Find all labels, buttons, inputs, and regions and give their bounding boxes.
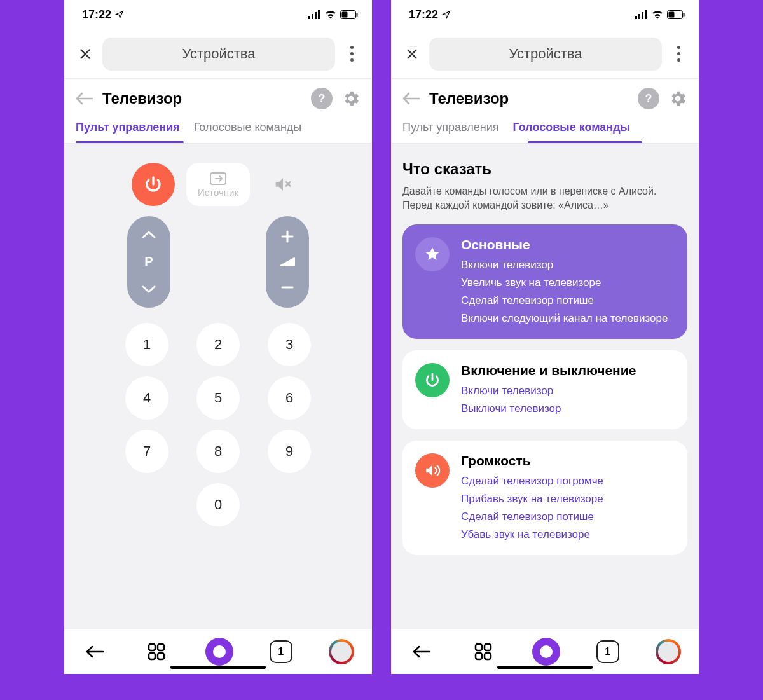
numkey-4[interactable]: 4 [125, 376, 168, 420]
numkey-0[interactable]: 0 [196, 483, 240, 526]
page-context-pill[interactable]: Устройства [429, 38, 662, 71]
voice-heading: Что сказать [402, 160, 687, 178]
status-time: 17:22 [82, 8, 111, 22]
svg-rect-5 [342, 12, 348, 18]
avatar-icon [658, 642, 678, 662]
nav-tabs-button[interactable]: 1 [596, 640, 619, 663]
channel-down-button[interactable] [142, 285, 156, 294]
back-arrow-icon[interactable] [76, 92, 93, 105]
numkey-6[interactable]: 6 [268, 376, 311, 420]
tab-voice[interactable]: Голосовые команды [512, 114, 630, 143]
star-icon [415, 237, 450, 271]
cellular-icon [308, 10, 321, 19]
more-menu-button[interactable] [343, 46, 361, 62]
alice-icon [213, 645, 226, 658]
nav-alice-button[interactable] [532, 638, 560, 666]
svg-rect-20 [485, 644, 491, 650]
voice-command: Включи следующий канал на телевизоре [461, 312, 675, 325]
nav-profile-button[interactable] [329, 639, 354, 664]
nav-back-button[interactable] [82, 639, 107, 664]
voice-command: Сделай телевизор потише [461, 511, 675, 523]
tab-remote[interactable]: Пульт управления [76, 114, 180, 143]
svg-rect-10 [149, 653, 155, 659]
tab-voice[interactable]: Голосовые команды [194, 114, 301, 143]
nav-apps-button[interactable] [144, 639, 169, 664]
home-indicator[interactable] [170, 666, 266, 669]
help-button[interactable]: ? [638, 88, 659, 109]
numkey-1[interactable]: 1 [125, 323, 168, 366]
numkey-2[interactable]: 2 [196, 323, 240, 366]
page-context-label: Устройства [182, 46, 255, 62]
status-time: 17:22 [409, 8, 438, 22]
svg-rect-21 [476, 653, 482, 659]
nav-alice-button[interactable] [205, 638, 233, 666]
numkey-9[interactable]: 9 [268, 430, 311, 473]
help-button[interactable]: ? [311, 88, 333, 109]
volume-rocker [266, 216, 309, 308]
svg-rect-9 [158, 644, 164, 650]
arrow-left-icon [412, 645, 431, 659]
numkey-3[interactable]: 3 [268, 323, 311, 366]
svg-rect-17 [669, 12, 675, 18]
back-arrow-icon[interactable] [402, 92, 420, 105]
location-icon [115, 10, 124, 19]
source-button[interactable]: Источник [186, 163, 250, 206]
close-icon [78, 47, 92, 61]
home-indicator[interactable] [497, 666, 593, 669]
close-button[interactable] [76, 45, 95, 64]
page-context-pill[interactable]: Устройства [102, 38, 335, 71]
power-icon [144, 175, 163, 194]
grid-icon [474, 643, 492, 661]
volume-down-button[interactable] [280, 280, 294, 294]
top-nav: Устройства [391, 29, 699, 79]
svg-rect-8 [149, 644, 155, 650]
card-basic[interactable]: Основные Включи телевизор Увеличь звук н… [402, 224, 687, 339]
svg-rect-11 [158, 653, 164, 659]
phone-screen-remote: 17:22 Устройства Телевизор ? Пульт управ… [64, 0, 372, 674]
volume-icon [279, 257, 296, 267]
close-icon [405, 47, 419, 61]
card-volume[interactable]: Громкость Сделай телевизор погромче Приб… [402, 441, 687, 555]
power-button[interactable] [132, 163, 175, 206]
nav-back-button[interactable] [409, 639, 434, 664]
settings-button[interactable] [668, 89, 687, 108]
voice-command: Прибавь звук на телевизоре [461, 493, 675, 505]
battery-icon [667, 10, 685, 19]
page-header: Телевизор ? [391, 79, 699, 114]
svg-rect-22 [485, 653, 491, 659]
more-menu-button[interactable] [670, 46, 687, 62]
svg-rect-6 [357, 13, 358, 17]
settings-button[interactable] [341, 89, 361, 108]
nav-profile-button[interactable] [656, 639, 681, 664]
channel-up-button[interactable] [142, 230, 156, 239]
arrow-left-icon [85, 645, 104, 659]
voice-command: Убавь звук на телевизоре [461, 528, 675, 541]
card-power-title: Включение и выключение [461, 363, 675, 378]
page-header: Телевизор ? [64, 79, 372, 114]
close-button[interactable] [402, 45, 422, 64]
tabs: Пульт управления Голосовые команды [391, 114, 699, 144]
battery-icon [340, 10, 358, 19]
numkey-5[interactable]: 5 [196, 376, 240, 420]
channel-label: P [144, 254, 153, 269]
remote-panel: Источник P 1 2 3 4 5 6 7 [64, 144, 372, 628]
tab-remote[interactable]: Пульт управления [402, 114, 498, 143]
card-power[interactable]: Включение и выключение Включи телевизор … [402, 350, 687, 429]
card-basic-title: Основные [461, 237, 675, 252]
page-title: Телевизор [429, 90, 629, 107]
voice-command: Сделай телевизор погромче [461, 475, 675, 488]
alice-icon [540, 645, 553, 658]
volume-up-button[interactable] [280, 230, 294, 244]
nav-apps-button[interactable] [471, 639, 496, 664]
voice-command: Выключи телевизор [461, 402, 675, 415]
numkey-7[interactable]: 7 [125, 430, 168, 473]
numkey-8[interactable]: 8 [196, 430, 240, 473]
tab-count: 1 [605, 646, 610, 657]
speaker-icon [415, 453, 450, 488]
nav-tabs-button[interactable]: 1 [270, 640, 292, 663]
numpad: 1 2 3 4 5 6 7 8 9 0 [125, 323, 311, 526]
status-bar: 17:22 [391, 0, 699, 29]
power-icon [415, 363, 450, 397]
input-icon [209, 172, 227, 186]
mute-button[interactable] [261, 163, 305, 206]
